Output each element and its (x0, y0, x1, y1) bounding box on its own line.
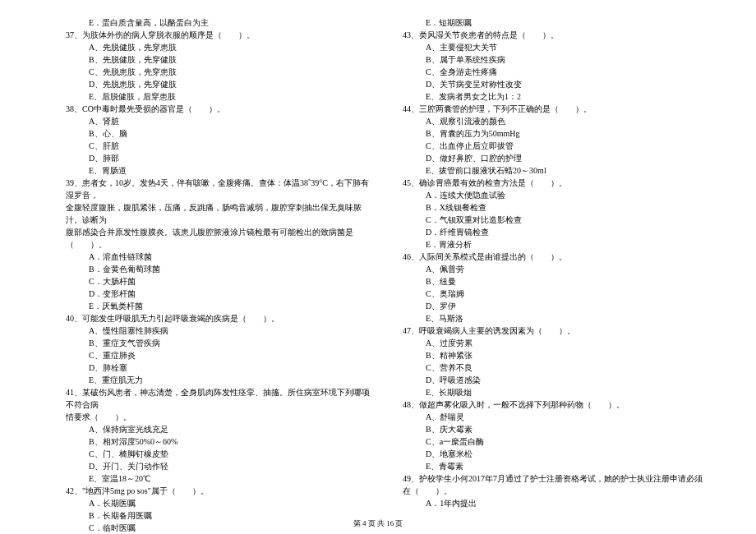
option: B、庆大霉素 (403, 423, 707, 435)
question-44: 44、三腔两囊管的护理，下列不正确的是（ ）。 (403, 103, 707, 115)
question-41: 41、某破伤风患者，神志清楚，全身肌肉阵发性痉挛、抽搐。所住病室环境下列哪项不符… (66, 386, 370, 411)
question-continuation: 腹部感染合并原发性腹膜炎。该患儿腹腔脓液涂片镜检最有可能检出的致病菌是（ ）。 (66, 226, 370, 251)
option: E、胃肠道 (66, 164, 370, 177)
option: D．变形杆菌 (66, 288, 370, 300)
option: B．X线钡餐检查 (403, 201, 707, 214)
option: D、呼吸道感染 (403, 374, 707, 386)
option: A．1年内提出 (403, 497, 707, 509)
option: B、心、脑 (66, 127, 370, 140)
right-column: E．短期医嘱 43、类风湿关节炎患者的特点是（ ）。 A、主要侵犯大关节 B、属… (403, 16, 707, 534)
page-footer: 第 4 页 共 16 页 (0, 518, 756, 530)
option: B、相对湿度50%0～60% (66, 435, 370, 448)
option: E．短期医嘱 (403, 16, 707, 29)
option: A、观察引流液的颜色 (403, 115, 707, 127)
question-continuation: 全腹轻度腹胀，腹肌紧张，压痛，反跳痛，肠鸣音减弱，腹腔穿刺抽出保无臭味脓汁。诊断… (66, 201, 370, 226)
option: C、肝脏 (66, 140, 370, 152)
question-45: 45、确诊胃癌最有效的检查方法是（ ）。 (403, 177, 707, 189)
option: C、先脱患肢，先穿患肢 (66, 66, 370, 78)
option: D、罗伊 (403, 300, 707, 312)
option: E．胃液分析 (403, 238, 707, 251)
option: C．大肠杆菌 (66, 275, 370, 288)
option: E、青霉素 (403, 460, 707, 472)
option: E、后脱健肢，后穿患肢 (66, 90, 370, 103)
option: B、先脱健肢，先穿健肢 (66, 53, 370, 66)
question-47: 47、呼吸衰竭病人主要的诱发因素为（ ）。 (403, 325, 707, 337)
option: E、重症肌无力 (66, 374, 370, 386)
option: D．纤维胃镜检查 (403, 226, 707, 238)
left-column: E．蛋白质含量高，以酪蛋白为主 37、为肢体外伤的病人穿脱衣服的顺序是（ ）。 … (66, 16, 370, 534)
question-39: 39、患者女，10岁。发热4天，伴有咳嗽，全腹疼痛。查体：体温38˜39°C，右… (66, 177, 370, 201)
option: D、关节病变呈对称性改变 (403, 78, 707, 90)
option: C、出血停止后立即拔管 (403, 140, 707, 152)
option: A、舒喘灵 (403, 411, 707, 423)
option: C、重症肺炎 (66, 349, 370, 361)
option: C、门、椅脚钉橡皮垫 (66, 448, 370, 460)
option: D、开门、关门动作轻 (66, 460, 370, 472)
option: B、纽曼 (403, 275, 707, 288)
option: E、拔管前口服液状石蜡20～30ml (403, 164, 707, 177)
option: C、a一糜蛋白酶 (403, 435, 707, 448)
option: D、地塞米松 (403, 448, 707, 460)
question-46: 46、人际间关系模式是由谁提出的（ ）。 (403, 251, 707, 263)
option: A、主要侵犯大关节 (403, 41, 707, 53)
page-columns: E．蛋白质含量高，以酪蛋白为主 37、为肢体外伤的病人穿脱衣服的顺序是（ ）。 … (66, 16, 707, 534)
option: E．厌氧类杆菌 (66, 300, 370, 312)
option: B、属于单系统性疾病 (403, 53, 707, 66)
option: A．长期医嘱 (66, 497, 370, 509)
option: A、先脱健肢，先穿患肢 (66, 41, 370, 53)
option: A．连续大便隐血试验 (403, 189, 707, 201)
option: C、全身游走性疼痛 (403, 66, 707, 78)
question-49: 49、护校学生小何2017年7月通过了护士注册资格考试，她的护士执业注册申请必须… (403, 472, 707, 497)
option: A、慢性阻塞性肺疾病 (66, 325, 370, 337)
option: E、长期吸烟 (403, 386, 707, 398)
option: C．气钡双重对比造影检查 (403, 214, 707, 226)
option: C、奥瑞姆 (403, 288, 707, 300)
option: B、精神紧张 (403, 349, 707, 361)
question-40: 40、可能发生呼吸肌无力引起呼吸衰竭的疾病是（ ）。 (66, 312, 370, 325)
option: E、马斯洛 (403, 312, 707, 325)
option: A、过度劳累 (403, 337, 707, 349)
option: D、肺部 (66, 152, 370, 164)
option: D、做好鼻腔、口腔的护理 (403, 152, 707, 164)
option: E、发病者男女之比为1：2 (403, 90, 707, 103)
option: A、佩普劳 (403, 263, 707, 275)
option: C、营养不良 (403, 361, 707, 374)
option: D、先脱患肢，先穿健肢 (66, 78, 370, 90)
option: B．金黄色葡萄球菌 (66, 263, 370, 275)
option: D、肺栓塞 (66, 361, 370, 374)
option: E．蛋白质含量高，以酪蛋白为主 (66, 16, 370, 29)
question-37: 37、为肢体外伤的病人穿脱衣服的顺序是（ ）。 (66, 29, 370, 41)
question-42: 42、"地西泮5mg po sos"属于（ ）。 (66, 485, 370, 497)
question-38: 38、CO中毒时最先受损的器官是（ ）。 (66, 103, 370, 115)
question-48: 48、做超声雾化吸入时，一般不选择下列那种药物（ ）。 (403, 398, 707, 411)
option: A、保持病室光线充足 (66, 423, 370, 435)
option: A、肾脏 (66, 115, 370, 127)
question-43: 43、类风湿关节炎患者的特点是（ ）。 (403, 29, 707, 41)
option: B、重症支气管疾病 (66, 337, 370, 349)
question-continuation: 情要求（ ）。 (66, 411, 370, 423)
option: A．溶血性链球菌 (66, 251, 370, 263)
option: B、胃囊的压力为50mmHg (403, 127, 707, 140)
option: E、室温18～20℃ (66, 472, 370, 485)
